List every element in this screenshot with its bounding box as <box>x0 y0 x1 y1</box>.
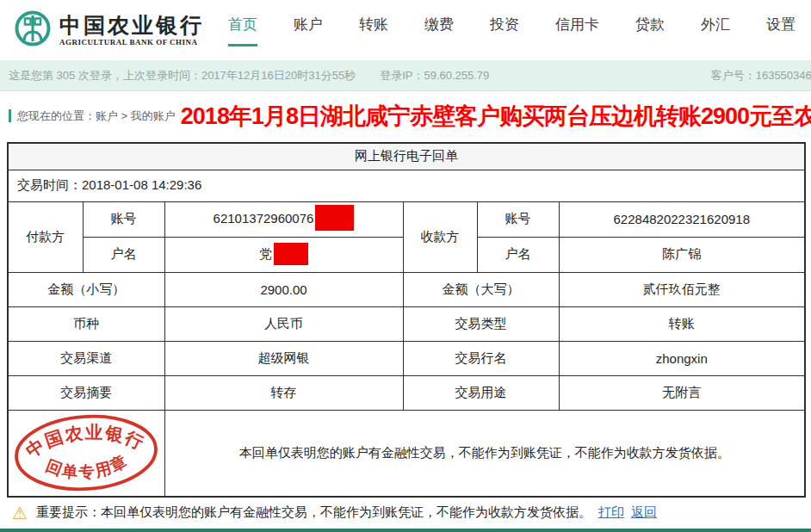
payer-name-text: 党 <box>259 245 272 260</box>
bank-name-cn: 中国农业银行 <box>59 14 204 38</box>
nav-item-transfer[interactable]: 转账 <box>359 15 388 46</box>
important-notice-text: 重要提示：本回单仅表明您的账户有金融性交易，不能作为到账凭证，不能作为收款方发货… <box>36 504 591 521</box>
currency-label: 币种 <box>8 306 164 341</box>
abc-wheat-emblem-icon <box>14 9 52 51</box>
nav-item-payments[interactable]: 缴费 <box>424 15 454 46</box>
payee-account-value: 6228482022321620918 <box>559 201 805 237</box>
header: 中国农业银行 AGRICULTURAL BANK OF CHINA 首页 账户 … <box>0 0 811 60</box>
print-link[interactable]: 打印 <box>598 504 624 521</box>
nav-item-forex[interactable]: 外汇 <box>701 15 730 46</box>
back-link[interactable]: 返回 <box>631 504 657 521</box>
payee-name-value: 陈广锦 <box>559 237 805 272</box>
footer-links: 打印 返回 <box>598 504 657 521</box>
transaction-time: 交易时间：2018-01-08 14:29:36 <box>8 170 805 201</box>
summary-value: 转存 <box>164 375 403 410</box>
nav-item-invest[interactable]: 投资 <box>490 15 519 46</box>
transaction-type-label: 交易类型 <box>403 306 559 341</box>
payer-name-label: 户名 <box>83 237 164 272</box>
footer-warning-row: ⚠ 重要提示：本回单仅表明您的账户有金融性交易，不能作为到账凭证，不能作为收款方… <box>0 498 811 529</box>
payer-name-value: 党 <box>164 237 403 272</box>
transaction-time-label: 交易时间： <box>17 177 82 192</box>
purpose-label: 交易用途 <box>403 375 559 410</box>
bank-name-label: 交易行名 <box>403 341 559 375</box>
customer-number-text: 客户号：1635503462 <box>711 68 811 84</box>
amount-words-value: 贰仟玖佰元整 <box>559 272 805 306</box>
payee-name-label: 户名 <box>477 237 559 272</box>
login-info-bar: 这是您第 305 次登录，上次登录时间：2017年12月16日20时31分55秒… <box>0 60 811 91</box>
svg-text:回单专用章: 回单专用章 <box>42 450 132 484</box>
payee-account-label: 账号 <box>477 201 559 237</box>
login-ip-text: 登录IP：59.60.255.79 <box>380 68 489 84</box>
bottom-divider-bar <box>0 529 811 532</box>
amount-figures-value: 2900.00 <box>164 272 403 306</box>
currency-value: 人民币 <box>164 306 403 341</box>
payee-section-label: 收款方 <box>403 201 477 272</box>
nav-item-home[interactable]: 首页 <box>228 15 257 46</box>
stamp-arc-bottom-text: 回单专用章 <box>42 450 132 484</box>
main-nav: 首页 账户 转账 缴费 投资 信用卡 贷款 外汇 设置 <box>228 15 796 46</box>
transaction-time-value: 2018-01-08 14:29:36 <box>82 177 201 192</box>
amount-figures-label: 金额（小写） <box>8 272 164 306</box>
amount-words-label: 金额（大写） <box>403 272 559 306</box>
summary-label: 交易摘要 <box>8 375 164 410</box>
login-count-text: 这是您第 305 次登录，上次登录时间：2017年12月16日20时31分55秒 <box>9 68 356 84</box>
receipt-container: 网上银行电子回单 交易时间：2018-01-08 14:29:36 付款方 账号… <box>7 142 804 498</box>
e-receipt-table: 网上银行电子回单 交易时间：2018-01-08 14:29:36 付款方 账号… <box>7 142 806 498</box>
breadcrumb-prefix: 您现在的位置： <box>17 109 96 122</box>
bank-stamp-cell: 中国农业银行 回单专用章 <box>8 410 164 497</box>
warning-triangle-icon: ⚠ <box>12 504 28 522</box>
payer-account-label: 账号 <box>83 201 164 237</box>
redaction-block <box>315 205 354 231</box>
receipt-disclaimer-note: 本回单仅表明您的账户有金融性交易，不能作为到账凭证，不能作为收款方发货依据。 <box>164 410 805 497</box>
bank-logo[interactable]: 中国农业银行 AGRICULTURAL BANK OF CHINA <box>14 9 204 51</box>
payer-account-value: 62101372960076 <box>164 201 403 237</box>
bank-name-en: AGRICULTURAL BANK OF CHINA <box>59 38 204 46</box>
bank-name: 中国农业银行 AGRICULTURAL BANK OF CHINA <box>59 14 204 46</box>
nav-item-creditcard[interactable]: 信用卡 <box>555 15 599 46</box>
red-notice-title: 2018年1月8日湖北咸宁赤壁客户购买两台压边机转账2900元至农行账户 <box>181 101 811 132</box>
payer-account-number: 62101372960076 <box>214 210 314 225</box>
breadcrumb-row: 您现在的位置：账户 > 我的账户 2018年1月8日湖北咸宁赤壁客户购买两台压边… <box>0 91 811 140</box>
receipt-title: 网上银行电子回单 <box>8 143 805 170</box>
breadcrumb-marker-bar <box>9 109 11 122</box>
payer-section-label: 付款方 <box>8 201 83 272</box>
breadcrumb: 您现在的位置：账户 > 我的账户 <box>17 108 176 124</box>
nav-item-loans[interactable]: 贷款 <box>635 15 665 46</box>
channel-label: 交易渠道 <box>8 341 164 375</box>
channel-value: 超级网银 <box>164 341 403 375</box>
nav-item-accounts[interactable]: 账户 <box>294 15 323 46</box>
receipt-stamp-icon: 中国农业银行 回单专用章 <box>9 407 163 498</box>
nav-item-settings[interactable]: 设置 <box>766 15 796 46</box>
redaction-block <box>274 243 308 265</box>
transaction-type-value: 转账 <box>559 306 805 341</box>
purpose-value: 无附言 <box>559 375 805 410</box>
breadcrumb-path: 账户 > 我的账户 <box>96 109 176 122</box>
bank-name-value: zhongxin <box>559 341 805 375</box>
